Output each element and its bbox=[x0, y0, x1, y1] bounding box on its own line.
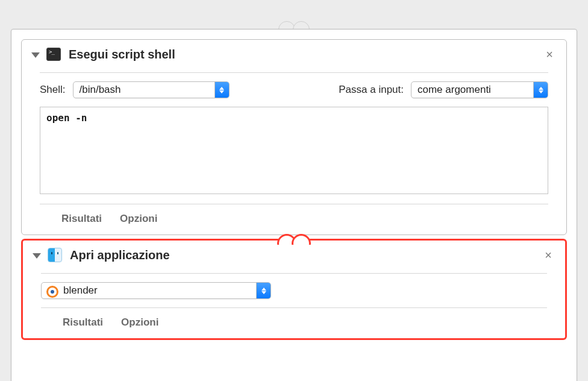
chevron-updown-icon[interactable] bbox=[214, 82, 229, 98]
shell-label: Shell: bbox=[40, 84, 66, 96]
pass-input-select[interactable]: come argomenti bbox=[411, 81, 548, 98]
disclosure-triangle-icon[interactable] bbox=[31, 52, 40, 58]
results-button[interactable]: Risultati bbox=[61, 213, 102, 225]
card-title: Esegui script shell bbox=[69, 48, 542, 61]
chevron-updown-icon[interactable] bbox=[533, 82, 548, 98]
blender-app-icon bbox=[46, 285, 57, 296]
script-textarea[interactable]: open -n bbox=[40, 107, 548, 194]
disclosure-triangle-icon[interactable] bbox=[33, 253, 41, 259]
options-button[interactable]: Opzioni bbox=[121, 316, 158, 329]
finder-icon bbox=[47, 247, 63, 263]
options-button[interactable]: Opzioni bbox=[120, 213, 157, 225]
results-button[interactable]: Risultati bbox=[63, 316, 103, 329]
application-select[interactable]: blender bbox=[41, 282, 271, 299]
chevron-updown-icon[interactable] bbox=[256, 283, 271, 298]
pass-input-label: Passa a input: bbox=[339, 84, 404, 96]
shell-select[interactable]: /bin/bash bbox=[73, 81, 230, 98]
terminal-icon bbox=[46, 46, 61, 62]
close-icon[interactable]: × bbox=[541, 247, 555, 263]
action-card-shell: Esegui script shell × Shell: /bin/bash P… bbox=[21, 39, 567, 235]
close-icon[interactable]: × bbox=[542, 46, 557, 63]
